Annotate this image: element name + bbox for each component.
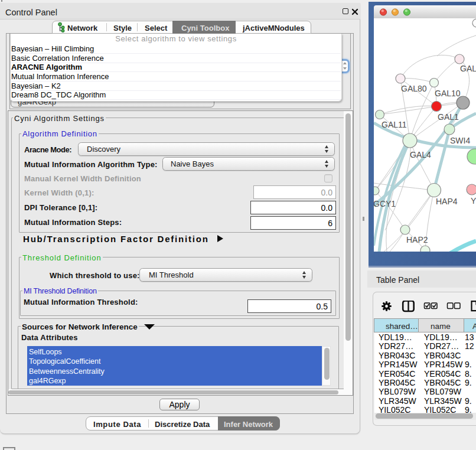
svg-text:SWI4: SWI4 [450, 136, 470, 145]
svg-text:GAL4: GAL4 [410, 150, 431, 159]
svg-text:GAL10: GAL10 [435, 89, 461, 98]
svg-text:HAP2: HAP2 [406, 235, 428, 244]
svg-text:GAL11: GAL11 [382, 120, 407, 129]
svg-text:GCY1: GCY1 [374, 199, 396, 208]
svg-text:YM: YM [471, 196, 476, 206]
svg-text:GAL7: GAL7 [460, 64, 476, 73]
svg-text:GAL1: GAL1 [438, 112, 459, 122]
svg-text:GAL80: GAL80 [401, 84, 427, 93]
svg-text:HAP4: HAP4 [436, 197, 458, 206]
